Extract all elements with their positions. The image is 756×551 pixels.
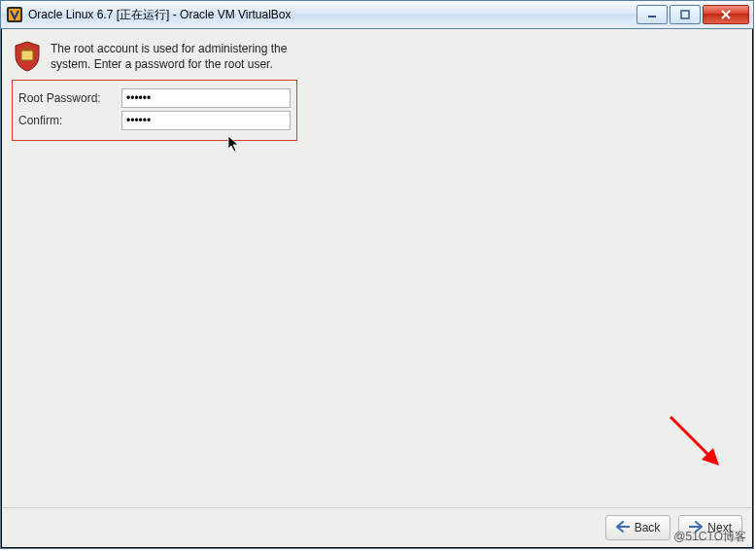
wizard-footer: Back Next bbox=[2, 507, 752, 547]
installer-content: The root account is used for administeri… bbox=[2, 29, 752, 507]
next-arrow-icon bbox=[689, 521, 703, 535]
root-password-row: Root Password: bbox=[18, 88, 291, 108]
back-button[interactable]: Back bbox=[605, 515, 671, 540]
svg-marker-6 bbox=[702, 448, 719, 465]
root-password-input[interactable] bbox=[121, 88, 291, 108]
back-button-label: Back bbox=[635, 521, 661, 534]
confirm-password-row: Confirm: bbox=[18, 111, 291, 130]
confirm-password-label: Confirm: bbox=[18, 114, 121, 127]
virtualbox-window: Oracle Linux 6.7 [正在运行] - Oracle VM Virt… bbox=[0, 0, 754, 549]
intro-block: The root account is used for administeri… bbox=[14, 41, 742, 72]
installer-client-area: The root account is used for administeri… bbox=[2, 29, 752, 547]
root-shield-icon bbox=[14, 41, 41, 72]
next-button[interactable]: Next bbox=[678, 515, 742, 540]
close-button[interactable] bbox=[703, 5, 749, 24]
svg-line-5 bbox=[670, 417, 713, 460]
minimize-button[interactable] bbox=[636, 5, 668, 24]
next-button-label: Next bbox=[707, 521, 732, 534]
password-section: Root Password: Confirm: bbox=[12, 80, 297, 141]
title-bar[interactable]: Oracle Linux 6.7 [正在运行] - Oracle VM Virt… bbox=[1, 1, 753, 29]
intro-text: The root account is used for administeri… bbox=[51, 41, 303, 72]
annotation-arrow-icon bbox=[663, 409, 731, 480]
back-arrow-icon bbox=[616, 521, 630, 535]
window-title: Oracle Linux 6.7 [正在运行] - Oracle VM Virt… bbox=[28, 7, 636, 23]
svg-rect-3 bbox=[681, 11, 689, 18]
svg-rect-4 bbox=[21, 51, 33, 60]
confirm-password-input[interactable] bbox=[121, 111, 291, 130]
root-password-label: Root Password: bbox=[18, 91, 121, 105]
virtualbox-icon bbox=[7, 7, 22, 22]
maximize-button[interactable] bbox=[670, 5, 701, 24]
window-controls bbox=[636, 5, 749, 24]
